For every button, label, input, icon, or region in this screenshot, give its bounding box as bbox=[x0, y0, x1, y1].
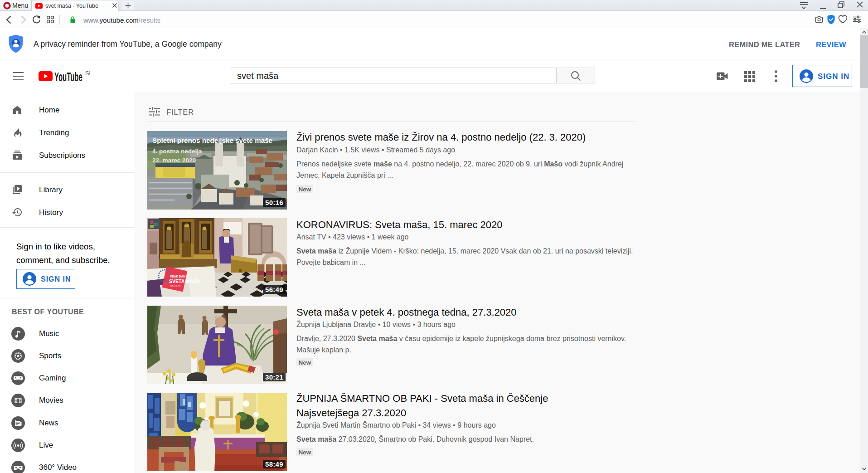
svg-text:Spletni prenos nedeljske svete: Spletni prenos nedeljske svete maše bbox=[152, 137, 272, 144]
svg-text:4. postna nedelja: 4. postna nedelja bbox=[152, 148, 202, 155]
svg-text:22. marec 2020: 22. marec 2020 bbox=[152, 157, 196, 164]
svg-text:OB 21:00: OB 21:00 bbox=[170, 285, 180, 288]
svg-text:SVETA MAŠA: SVETA MAŠA bbox=[169, 278, 200, 284]
svg-text:VSAK DAN: VSAK DAN bbox=[170, 275, 185, 278]
